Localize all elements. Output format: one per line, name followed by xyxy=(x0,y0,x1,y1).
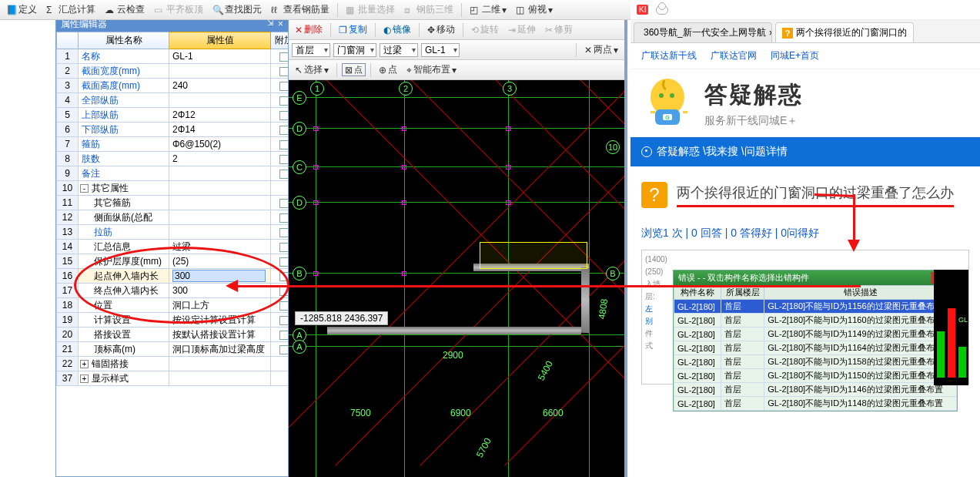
err-cell[interactable]: GL-2[180] xyxy=(674,355,721,369)
prop-value[interactable]: 洞口上方 xyxy=(169,298,271,313)
prop-name[interactable]: 截面宽度(mm) xyxy=(79,64,169,79)
checkbox-icon[interactable] xyxy=(279,111,289,120)
prop-name[interactable]: +显示样式 xyxy=(79,371,169,386)
prop-add[interactable] xyxy=(271,313,289,328)
prop-add[interactable] xyxy=(271,196,289,210)
err-cell[interactable]: GL-2[180] xyxy=(674,314,721,328)
checkbox-icon[interactable] xyxy=(279,331,289,340)
prop-name[interactable]: 位置 xyxy=(79,298,169,313)
err-cell[interactable]: GL-2[180] xyxy=(674,328,721,341)
move-button[interactable]: ✥ 移动 xyxy=(424,23,458,36)
col-add[interactable]: 附加 xyxy=(271,32,289,49)
checkbox-icon[interactable] xyxy=(279,243,289,252)
prop-name[interactable]: 顶标高(m) xyxy=(79,342,169,357)
prop-value[interactable]: 2 xyxy=(169,152,271,166)
checkbox-icon[interactable] xyxy=(279,199,289,208)
bookmark-link[interactable]: 同城E+首页 xyxy=(771,49,819,62)
define-button[interactable]: 📘定义 xyxy=(3,3,40,16)
err-cell[interactable]: GL-2[180]不能与ID为1158的过梁图元重叠布置 xyxy=(764,355,957,369)
expand-icon[interactable]: - xyxy=(80,184,89,193)
prop-value[interactable] xyxy=(169,225,271,240)
prop-value[interactable]: 过梁 xyxy=(169,240,271,254)
prop-add[interactable] xyxy=(271,328,289,342)
err-cell[interactable]: 首层 xyxy=(721,355,764,369)
prop-value[interactable]: 2Φ14 xyxy=(169,123,271,137)
prop-add[interactable] xyxy=(271,152,289,166)
prop-name[interactable]: 备注 xyxy=(79,166,169,181)
prop-value[interactable]: 2Φ12 xyxy=(169,108,271,123)
err-cell[interactable]: GL-2[180] xyxy=(674,300,721,314)
checkbox-icon[interactable] xyxy=(279,301,289,311)
cad-canvas[interactable]: 1 2 3 E D C D B A A 10 B 2900 7500 6900 … xyxy=(289,80,624,477)
err-cell[interactable]: GL-2[180]不能与ID为1146的过梁图元重叠布置 xyxy=(764,383,957,397)
err-cell[interactable]: GL-2[180]不能与ID为1148的过梁图元重叠布置 xyxy=(764,397,957,411)
prop-name[interactable]: 搭接设置 xyxy=(79,328,169,342)
checkbox-icon[interactable] xyxy=(279,82,289,91)
checkbox-icon[interactable] xyxy=(279,287,289,296)
prop-value[interactable]: 按设定计算设置计算 xyxy=(169,313,271,328)
err-cell[interactable]: 首层 xyxy=(721,397,764,411)
checkbox-icon[interactable] xyxy=(279,126,289,135)
err-cell[interactable]: GL-2[180] xyxy=(674,383,721,397)
find-element-button[interactable]: 🔍查找图元 xyxy=(209,3,265,16)
bookmark-link[interactable]: 广联达官网 xyxy=(711,49,757,62)
prop-value[interactable]: 240 xyxy=(169,79,271,93)
prop-name[interactable]: 起点伸入墙内长 xyxy=(79,269,169,284)
err-cell[interactable]: 首层 xyxy=(721,341,764,355)
prop-add[interactable] xyxy=(271,108,289,123)
prop-name[interactable]: 保护层厚度(mm) xyxy=(79,254,169,269)
prop-value[interactable] xyxy=(169,371,271,386)
prop-value[interactable] xyxy=(169,269,271,284)
ortho-dropdown[interactable]: ◫俯视 ▾ xyxy=(513,3,556,16)
prop-add[interactable] xyxy=(271,269,289,284)
prop-add[interactable] xyxy=(271,49,289,64)
prop-name[interactable]: 终点伸入墙内长 xyxy=(79,284,169,298)
expand-icon[interactable]: + xyxy=(80,375,89,383)
err-cell[interactable]: GL-2[180]不能与ID为1149的过梁图元重叠布置 xyxy=(764,328,957,341)
checkbox-icon[interactable] xyxy=(279,272,289,281)
prop-name[interactable]: 名称 xyxy=(79,49,169,64)
checkbox-icon[interactable] xyxy=(279,52,289,62)
err-cell[interactable]: GL-2[180]不能与ID为1156的过梁图元重叠布置 xyxy=(764,300,957,314)
category-dropdown[interactable]: 门窗洞 xyxy=(333,43,376,57)
err-col[interactable]: 错误描述 xyxy=(764,286,957,300)
prop-name[interactable]: 拉筋 xyxy=(79,225,169,240)
prop-add[interactable] xyxy=(271,254,289,269)
expand-icon[interactable]: + xyxy=(80,360,89,368)
err-cell[interactable]: 首层 xyxy=(721,314,764,328)
checkbox-icon[interactable] xyxy=(279,228,289,237)
prop-add[interactable] xyxy=(271,166,289,181)
err-col[interactable]: 构件名称 xyxy=(674,286,721,300)
prop-value[interactable]: Φ6@150(2) xyxy=(169,137,271,152)
floor-dropdown[interactable]: 首层 xyxy=(292,43,330,57)
prop-add[interactable] xyxy=(271,342,289,357)
checkbox-icon[interactable] xyxy=(279,257,289,267)
browser-tab[interactable]: 360导航_新一代安全上网导航 × xyxy=(634,22,772,42)
prop-value[interactable]: (25) xyxy=(169,254,271,269)
checkbox-icon[interactable] xyxy=(279,213,289,223)
cloudcheck-button[interactable]: ☁云检查 xyxy=(102,3,148,16)
prop-value[interactable]: 300 xyxy=(169,284,271,298)
point-tool[interactable]: ⊕ 点 xyxy=(376,63,400,76)
err-cell[interactable]: 首层 xyxy=(721,328,764,341)
prop-name[interactable]: 其它箍筋 xyxy=(79,196,169,210)
prop-value[interactable]: GL-1 xyxy=(169,49,271,64)
err-cell[interactable]: GL-2[180] xyxy=(674,397,721,411)
prop-add[interactable] xyxy=(271,298,289,313)
prop-add[interactable] xyxy=(271,225,289,240)
prop-add[interactable] xyxy=(271,79,289,93)
checkbox-icon[interactable] xyxy=(279,170,289,179)
prop-name[interactable]: 截面高度(mm) xyxy=(79,79,169,93)
bookmark-link[interactable]: 广联达新干线 xyxy=(641,49,697,62)
col-name[interactable]: 属性名称 xyxy=(79,32,169,49)
smart-layout-button[interactable]: ⌖ 智能布置 ▾ xyxy=(403,63,460,76)
prop-value[interactable]: 洞口顶标高加过梁高度 xyxy=(169,342,271,357)
view2d-dropdown[interactable]: ◰二维 ▾ xyxy=(467,3,510,16)
checkbox-icon[interactable] xyxy=(279,345,289,354)
prop-value[interactable] xyxy=(169,166,271,181)
prop-name[interactable]: +锚固搭接 xyxy=(79,357,169,371)
prop-name[interactable]: 侧面纵筋(总配 xyxy=(79,210,169,225)
prop-add[interactable] xyxy=(271,137,289,152)
checkbox-icon[interactable] xyxy=(279,96,289,106)
prop-value[interactable] xyxy=(169,93,271,108)
